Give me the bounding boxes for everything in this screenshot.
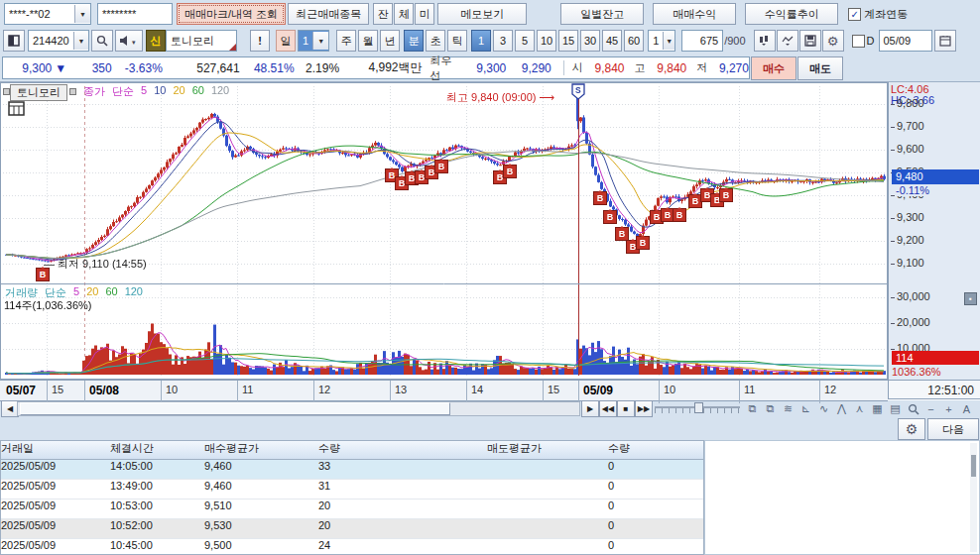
table-row[interactable]: 2025/05/0910:45:009,500240 [1,539,703,555]
legend-handle-icon[interactable] [69,88,76,95]
text-tool-icon[interactable]: A [960,402,973,415]
stop-icon[interactable]: ■ [617,400,635,417]
chevron-down-icon[interactable]: ▼ [73,32,88,50]
yield-trend-button[interactable]: 수익률추이 [745,3,838,25]
price-axis[interactable]: LC:4.06 HC:-3.66 9,8009,7009,6009,5009,4… [888,82,980,380]
filter-button-2[interactable]: 체 [394,3,414,25]
minute-button-2[interactable]: 3 [493,30,513,52]
period-button-3[interactable]: 년 [380,30,400,52]
minute-button-6[interactable]: 30 [580,30,600,52]
current-volume-badge: 114 [892,351,979,365]
minute-button-5[interactable]: 15 [558,30,578,52]
magnifier-icon[interactable] [907,402,919,415]
filter-button-3[interactable]: 미 [415,3,434,25]
table-row[interactable]: 2025/05/0913:49:009,460310 [1,480,703,500]
memo-button[interactable]: 메모보기 [437,3,527,25]
chevron-down-icon[interactable]: ▼ [663,32,674,50]
minute-button-8[interactable]: 60 [624,30,644,52]
zoom-slider-handle[interactable] [694,402,703,413]
table-row[interactable]: 2025/05/0910:53:009,510200 [1,500,703,519]
resistance-icon[interactable]: ∿ [817,402,830,415]
price-ma-20: 20 [173,84,184,99]
panel-collapse-icon[interactable]: ▪ [964,292,977,305]
pattern-icon[interactable]: ≋ [782,402,795,415]
table-row[interactable]: 2025/05/0914:05:009,460330 [1,460,703,480]
filter-button-1[interactable]: 잔 [373,3,393,25]
table-cell: 9,510 [204,500,318,518]
period-button-1[interactable]: 주 [336,30,356,52]
unit-button-3[interactable]: 틱 [447,30,467,52]
buy-button[interactable]: 매수 [751,56,796,80]
trading-app-window: ****-**02 ▼ ******** 매매마크/내역 조회 최근매매종목 잔… [0,0,980,555]
chart-stock-tab[interactable]: 토니모리 [10,84,67,101]
daily-balance-button[interactable]: 일별잔고 [560,3,644,25]
minute-button-7[interactable]: 45 [602,30,622,52]
credit-badge: 신 [146,30,166,52]
table-settings-gear-icon[interactable]: ⚙ [898,418,925,440]
indicator-icon[interactable]: ▦ [871,402,884,415]
fast-forward-icon[interactable]: ▶▶ [635,400,653,417]
period-button-2[interactable]: 월 [358,30,378,52]
open-price: 9,840 [583,61,625,75]
duplicate-icon[interactable]: ⧉ [764,402,777,415]
next-button[interactable]: 다음 [927,418,979,440]
account-select[interactable]: ****-**02 ▼ [4,3,91,25]
sell-button[interactable]: 매도 [797,56,843,80]
gear-icon[interactable]: ⚙ [822,30,844,52]
price-ma-60: 60 [192,84,204,99]
account-link-checkbox[interactable]: ✓ [848,8,861,21]
table-cell [487,539,608,555]
save-icon[interactable] [799,30,821,52]
chevron-down-icon[interactable]: ▼ [312,32,328,50]
chart-panel: 토니모리 종가단순5102060120 거래량단순52060120 114주(1… [0,81,980,400]
interval-select[interactable]: 1 ▼ [648,30,675,52]
zoom-in-icon[interactable]: + [942,402,955,415]
calendar-icon[interactable] [934,30,956,52]
chevron-down-icon[interactable]: ▼ [74,5,90,23]
price-volume-chart[interactable] [0,82,888,380]
fibonacci-icon[interactable]: ⋀ [835,402,848,415]
minute-button-4[interactable]: 10 [537,30,556,52]
buy-marker: B [593,191,607,205]
window-flip-icon[interactable] [3,30,25,52]
legend-handle-icon[interactable] [3,88,10,95]
d-checkbox[interactable] [852,35,865,48]
password-field[interactable]: ******** [97,3,173,25]
sound-alert-icon[interactable]: ▾ [115,30,143,52]
angle-icon[interactable]: ⋏ [853,402,866,415]
trade-profit-button[interactable]: 매매수익 [653,3,736,25]
bar-count-field[interactable]: 675 [681,30,723,52]
unit-button-1[interactable]: 분 [404,30,424,52]
date-field[interactable]: 05/09 [879,30,932,52]
chart-scrollbar-thumb[interactable] [20,402,450,415]
table-scrollbar[interactable] [970,443,977,552]
snapshot-icon[interactable]: ▤ [889,402,902,415]
recent-stocks-button[interactable]: 최근매매종목 [288,3,369,25]
table-row[interactable]: 2025/05/0910:52:009,530200 [1,519,703,539]
pan-icon[interactable]: ⧉ [746,402,759,415]
stock-code-select[interactable]: 214420 ▼ [28,30,89,52]
candle-adjust-icon[interactable] [754,30,776,52]
fast-backward-icon[interactable]: ◀◀ [599,400,617,417]
search-icon[interactable] [91,30,113,52]
minute-button-3[interactable]: 5 [515,30,535,52]
open-label: 시 [563,60,583,75]
stock-name-field[interactable]: 토니모리 [166,30,237,52]
table-scrollbar-thumb[interactable] [971,455,976,477]
table-cell [423,480,487,499]
zoom-out-icon[interactable]: − [924,402,937,415]
trade-mark-button[interactable]: 매매마크/내역 조회 [177,3,286,25]
unit-button-2[interactable]: 초 [426,30,445,52]
chart-scrollbar[interactable] [17,401,580,416]
alert-button[interactable]: ! [250,30,270,52]
period-day-button[interactable]: 일 [276,30,296,52]
line-adjust-icon[interactable] [777,30,798,52]
grid-icon[interactable] [8,101,25,118]
buy-marker: B [503,165,517,178]
trendline-icon[interactable]: ⊾ [799,402,812,415]
table-cell: 0 [608,480,703,499]
minute-button-1[interactable]: 1 [471,30,491,52]
play-icon[interactable]: ▶ [581,400,599,417]
day-count-select[interactable]: 1 ▼ [298,30,329,52]
time-axis[interactable]: 05/071505/0810111213141505/09101112 [0,380,888,401]
